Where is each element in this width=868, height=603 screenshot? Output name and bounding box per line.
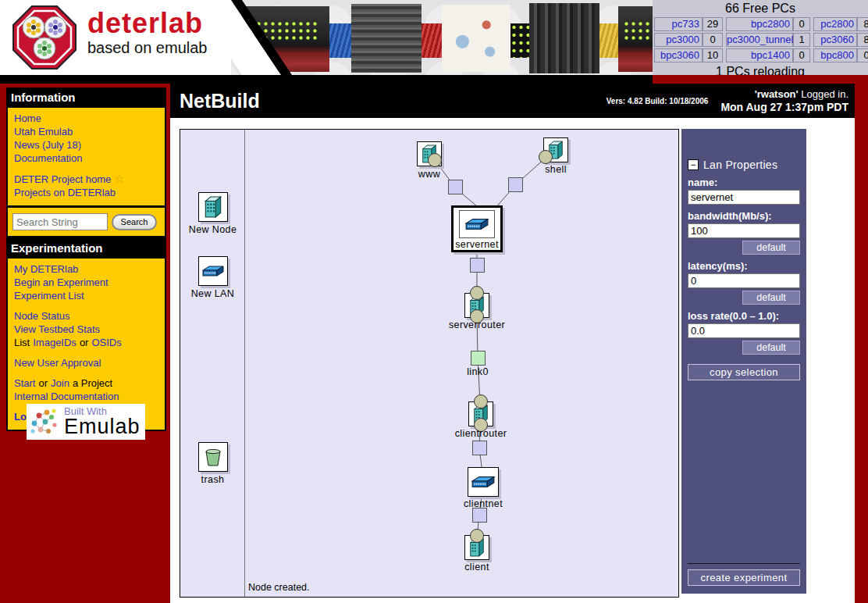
latency-default-button[interactable]: default [742, 291, 800, 305]
sidebar-item-node-status[interactable]: Node Status [14, 310, 70, 322]
node-clientnet[interactable] [468, 467, 499, 497]
username: 'rwatson' [755, 88, 799, 100]
loss-rate-label: loss rate(0.0 – 1.0): [688, 310, 800, 322]
loss-rate-default-button[interactable]: default [742, 341, 800, 355]
photo-server-rack [351, 4, 422, 73]
node-servernet-selected[interactable]: servernet [451, 205, 503, 252]
brand-tagline: based on emulab [87, 39, 207, 57]
port-circle [470, 286, 484, 300]
topology-links [180, 130, 680, 597]
sidebar-item-testbed-stats[interactable]: View Testbed Stats [14, 323, 100, 335]
deterlab-logo-icon[interactable] [11, 4, 78, 71]
name-field[interactable] [688, 190, 800, 205]
link-handle[interactable] [472, 441, 487, 455]
link-handle[interactable] [448, 180, 463, 194]
cable-yellow [599, 23, 618, 58]
emulab-network-icon [28, 405, 62, 439]
list-prefix-text: List [14, 337, 30, 348]
sidebar-item-join-project[interactable]: Join [51, 377, 69, 389]
pc-type-link[interactable]: pc733 [654, 17, 703, 31]
search-button[interactable]: Search [112, 214, 157, 230]
logged-in-text: Logged in. [799, 88, 848, 100]
sidebar-item-my-deterlab[interactable]: My DETERlab [14, 263, 78, 275]
table-row: pc30000 pc3000_tunnel1 pc30608 [654, 33, 868, 48]
pc-type-link[interactable]: bpc800 [813, 48, 857, 62]
link0-handle[interactable] [471, 351, 486, 366]
pc-type-link[interactable]: pc3060 [813, 33, 857, 47]
lan-switch-icon [464, 217, 489, 231]
pc-count: 8 [857, 33, 868, 47]
port-circle [539, 150, 553, 164]
sidebar-item-imageids[interactable]: ImageIDs [33, 337, 76, 348]
sidebar-item-begin-experiment[interactable]: Begin an Experiment [14, 277, 108, 288]
pc-type-link[interactable]: bpc2800 [726, 17, 793, 31]
sidebar-item-projects[interactable]: Projects on DETERlab [14, 187, 116, 198]
pcs-reloading-status: 1 PCs reloading [653, 64, 868, 75]
experimentation-header: Experimentation [6, 238, 166, 259]
pc-count: 8 [857, 17, 868, 31]
create-experiment-button[interactable]: create experiment [688, 569, 800, 586]
node-serverrouter-label: serverrouter [449, 319, 505, 330]
cable-dark-leds [510, 23, 529, 58]
pc-type-link[interactable]: pc3000 [654, 33, 703, 47]
table-row: bpc306010 bpc14000 bpc8000 [654, 48, 868, 63]
bandwidth-field[interactable] [688, 223, 800, 238]
sidebar-item-internal-docs[interactable]: Internal Documentation [14, 391, 119, 402]
header-divider [0, 75, 653, 84]
free-pcs-table: 66 Free PCs pc73329 bpc28000 pc28008 b p… [653, 0, 868, 75]
information-links: Home Utah Emulab News (July 18) Document… [8, 108, 165, 205]
node-servernet-label: servernet [454, 239, 500, 250]
node-client-label: client [464, 562, 489, 573]
sidebar-item-new-user-approval[interactable]: New User Approval [14, 357, 101, 369]
main-content: NetBuild Vers: 4.82 Build: 10/18/2006 'r… [170, 84, 855, 603]
datetime-text: Mon Aug 27 1:37pm PDT [720, 101, 848, 113]
search-input[interactable] [12, 213, 108, 230]
link-handle[interactable] [508, 177, 523, 192]
link0-label: link0 [467, 366, 489, 377]
lan-properties-panel: − Lan Properties name: bandwidth(Mb/s): … [681, 129, 806, 594]
loss-rate-field[interactable] [688, 323, 800, 338]
sidebar-item-osids[interactable]: OSIDs [91, 337, 121, 348]
sidebar-item-utah-emulab[interactable]: Utah Emulab [14, 126, 73, 137]
sidebar-item-home[interactable]: Home [14, 112, 41, 124]
name-label: name: [688, 177, 800, 188]
built-with-emulab-badge[interactable]: Built With Emulab [27, 404, 145, 440]
login-status: 'rwatson' Logged in. Mon Aug 27 1:37pm P… [720, 88, 848, 114]
lan-switch-icon [471, 475, 496, 489]
sidebar-item-deter-home[interactable]: DETER Project home [14, 173, 111, 185]
brand-name[interactable]: deterlab [87, 9, 207, 37]
page-title: NetBuild [180, 90, 260, 112]
search-section: Search [8, 208, 165, 236]
node-clientrouter-label: clientrouter [455, 428, 507, 439]
panel-divider [688, 563, 800, 564]
project-suffix-text: a Project [73, 377, 112, 389]
pc-type-link[interactable]: pc3000_tunnel [726, 33, 793, 47]
version-text: Vers: 4.82 Build: 10/18/2006 [607, 97, 709, 105]
latency-field[interactable] [688, 273, 800, 288]
pc-type-link[interactable]: bpc3060 [654, 48, 703, 62]
emulab-label: Emulab [64, 416, 141, 437]
photo-whiteboard [442, 5, 510, 72]
photo-dark-rack [529, 3, 599, 73]
sidebar-item-documentation[interactable]: Documentation [14, 152, 82, 164]
netbuild-canvas[interactable]: New Node New LAN [180, 129, 679, 598]
collapse-icon[interactable]: − [688, 159, 699, 170]
sidebar-item-start-project[interactable]: Start [14, 377, 35, 389]
or-text: or [38, 377, 48, 389]
cable-blue [329, 23, 351, 58]
node-shell-label: shell [545, 164, 567, 175]
pc-count: 0 [857, 48, 868, 62]
panel-title: Lan Properties [703, 159, 777, 171]
sidebar-item-news[interactable]: News (July 18) [14, 139, 81, 151]
lan-icon-frame [459, 210, 495, 238]
copy-selection-button[interactable]: copy selection [688, 364, 800, 380]
port-circle [474, 394, 488, 409]
bandwidth-default-button[interactable]: default [742, 241, 800, 255]
pc-type-link[interactable]: bpc1400 [726, 48, 793, 62]
pc-count: 0 [703, 33, 723, 47]
sidebar-item-experiment-list[interactable]: Experiment List [14, 290, 84, 302]
sidebar: Information Home Utah Emulab News (July … [6, 87, 166, 431]
link-handle[interactable] [470, 258, 485, 273]
pc-type-link[interactable]: pc2800 [813, 17, 857, 31]
link-handle[interactable] [472, 508, 487, 523]
